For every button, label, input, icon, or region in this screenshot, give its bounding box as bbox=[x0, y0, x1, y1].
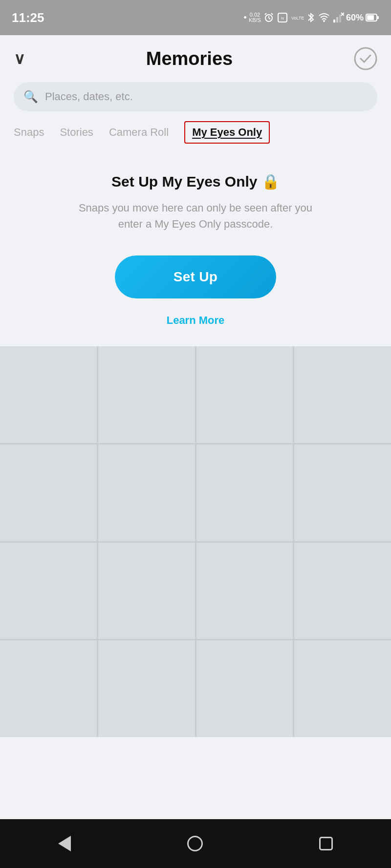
chevron-down-icon[interactable]: ∨ bbox=[14, 49, 25, 68]
bluetooth-icon bbox=[306, 12, 316, 23]
status-dot: • bbox=[244, 13, 247, 23]
svg-point-8 bbox=[323, 20, 325, 22]
search-placeholder: Places, dates, etc. bbox=[45, 90, 133, 103]
grid-cell[interactable] bbox=[98, 543, 195, 639]
check-icon[interactable] bbox=[354, 47, 377, 70]
grid-cell[interactable] bbox=[294, 445, 391, 541]
grid-cell[interactable] bbox=[0, 445, 97, 541]
svg-rect-16 bbox=[377, 16, 379, 19]
grid-cell[interactable] bbox=[294, 640, 391, 737]
data-speed: 0.02 KB/S bbox=[249, 12, 261, 23]
tab-snaps[interactable]: Snaps bbox=[14, 121, 54, 144]
search-bar[interactable]: 🔍 Places, dates, etc. bbox=[14, 82, 377, 111]
svg-rect-9 bbox=[333, 20, 335, 22]
svg-line-4 bbox=[271, 13, 273, 15]
svg-text:N: N bbox=[281, 16, 284, 21]
alarm-icon bbox=[263, 12, 275, 23]
back-icon[interactable] bbox=[58, 836, 71, 851]
svg-text:VoLTE: VoLTE bbox=[291, 16, 304, 21]
app-header: ∨ Memories bbox=[0, 35, 391, 78]
status-time: 11:25 bbox=[12, 10, 44, 25]
battery-icon bbox=[366, 13, 379, 22]
svg-line-3 bbox=[265, 13, 266, 15]
tab-camera-roll[interactable]: Camera Roll bbox=[109, 121, 178, 144]
tab-my-eyes-only[interactable]: My Eyes Only bbox=[184, 121, 270, 144]
learn-more-button[interactable]: Learn More bbox=[167, 314, 225, 327]
svg-line-2 bbox=[269, 18, 270, 19]
grid-cell[interactable] bbox=[294, 543, 391, 639]
page-title: Memories bbox=[146, 48, 233, 69]
volte-icon: VoLTE bbox=[290, 12, 304, 23]
grid-cell[interactable] bbox=[196, 346, 293, 443]
grid-cell[interactable] bbox=[294, 346, 391, 443]
tabs-container: Snaps Stories Camera Roll My Eyes Only bbox=[0, 121, 391, 144]
setup-button[interactable]: Set Up bbox=[115, 255, 276, 298]
home-icon[interactable] bbox=[187, 836, 203, 851]
signal-icon bbox=[332, 12, 344, 23]
grid-cell[interactable] bbox=[98, 445, 195, 541]
grid-cell[interactable] bbox=[0, 543, 97, 639]
svg-rect-15 bbox=[367, 15, 374, 20]
grid-cell[interactable] bbox=[0, 640, 97, 737]
grid-cell[interactable] bbox=[196, 543, 293, 639]
nav-bar bbox=[0, 819, 391, 868]
search-icon: 🔍 bbox=[23, 90, 38, 104]
setup-description: Snaps you move here can only be seen aft… bbox=[68, 200, 323, 232]
grid-cell[interactable] bbox=[0, 346, 97, 443]
grid-cell[interactable] bbox=[196, 640, 293, 737]
recents-icon[interactable] bbox=[319, 837, 333, 850]
svg-point-17 bbox=[355, 48, 376, 69]
svg-rect-10 bbox=[336, 17, 338, 22]
nfc-icon: N bbox=[277, 12, 288, 23]
svg-rect-11 bbox=[339, 15, 341, 22]
status-bar: 11:25 • 0.02 KB/S N VoLTE bbox=[0, 0, 391, 35]
wifi-icon bbox=[318, 12, 330, 23]
photo-grid bbox=[0, 346, 391, 737]
setup-title: Set Up My Eyes Only 🔒 bbox=[111, 173, 280, 190]
battery-percent: 60% bbox=[346, 13, 364, 23]
grid-cell[interactable] bbox=[98, 640, 195, 737]
search-container: 🔍 Places, dates, etc. bbox=[0, 78, 391, 121]
grid-cell[interactable] bbox=[98, 346, 195, 443]
tab-stories[interactable]: Stories bbox=[60, 121, 103, 144]
status-center: • 0.02 KB/S N VoLTE bbox=[244, 12, 379, 23]
content-area: Set Up My Eyes Only 🔒 Snaps you move her… bbox=[0, 144, 391, 346]
grid-cell[interactable] bbox=[196, 445, 293, 541]
